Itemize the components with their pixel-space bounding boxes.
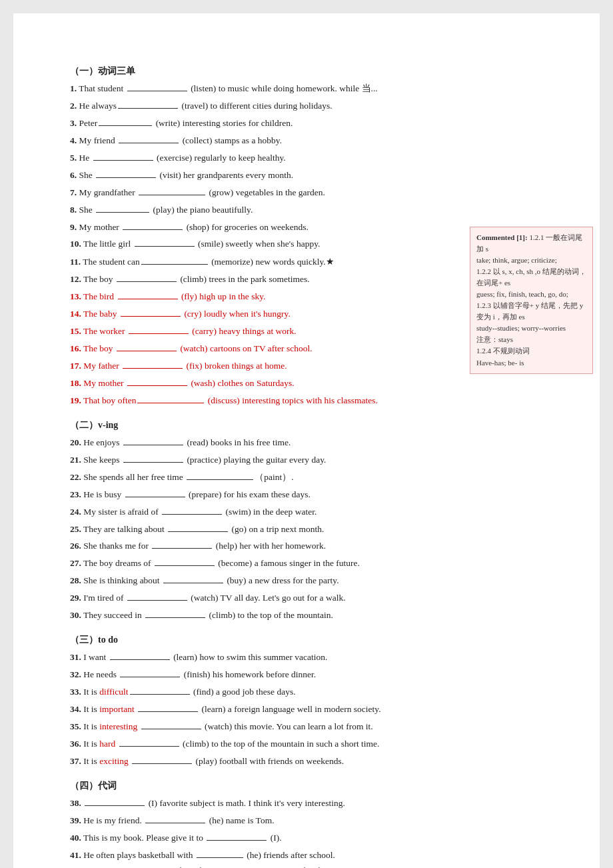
list-item: 36. It is hard (climb) to the top of the… bbox=[70, 737, 553, 752]
section1-title: （一）动词三单 bbox=[70, 65, 553, 77]
list-item: 4. My friend (collect) stamps as a hobby… bbox=[70, 133, 553, 149]
list-item: 33. It is difficult (find) a good job th… bbox=[70, 685, 553, 700]
section4-title: （四）代词 bbox=[70, 780, 553, 792]
list-item: 19. That boy often (discuss) interesting… bbox=[70, 393, 553, 409]
list-item: 21. She keeps (practice) playing the gui… bbox=[70, 453, 553, 468]
list-item: 25. They are talking about (go) on a tri… bbox=[70, 522, 553, 537]
list-item: 6. She (visit) her grandparents every mo… bbox=[70, 168, 553, 183]
list-item: 28. She is thinking about (buy) a new dr… bbox=[70, 573, 553, 589]
list-item: 3. Peter (write) interesting stories for… bbox=[70, 116, 553, 131]
page-container: （一）动词三单 1. That student (listen) to musi… bbox=[13, 13, 600, 868]
comment-title: Commented [1]: 1.2.1 一般在词尾加 s bbox=[476, 232, 586, 255]
list-item: 31. I want (learn) how to swim this summ… bbox=[70, 650, 553, 665]
list-item: 23. He is busy (prepare) for his exam th… bbox=[70, 487, 553, 503]
list-item: 2. He always (travel) to different citie… bbox=[70, 99, 553, 114]
list-item: 1. That student (listen) to music while … bbox=[70, 81, 553, 97]
list-item: 39. He is my friend. (he) name is Tom. bbox=[70, 813, 553, 829]
list-item: 42. It is nice of〔they〕to help 〔we〕 bbox=[70, 865, 553, 868]
list-item: 38. (I) favorite subject is math. I thin… bbox=[70, 796, 553, 811]
list-item: 34. It is important (learn) a foreign la… bbox=[70, 702, 553, 717]
comment-content: take; think, argue; criticize; 1.2.2 以 s… bbox=[476, 255, 586, 368]
list-item: 29. I'm tired of (watch) TV all day. Let… bbox=[70, 591, 553, 606]
list-item: 35. It is interesting (watch) this movie… bbox=[70, 719, 553, 735]
list-item: 41. He often plays basketball with (he) … bbox=[70, 848, 553, 863]
section2-title: （二）v-ing bbox=[70, 419, 553, 431]
list-item: 7. My grandfather (grow) vegetables in t… bbox=[70, 185, 553, 201]
list-item: 40. This is my book. Please give it to (… bbox=[70, 831, 553, 846]
list-item: 26. She thanks me for (help) her with he… bbox=[70, 539, 553, 554]
list-item: 20. He enjoys (read) books in his free t… bbox=[70, 435, 553, 451]
comment-box: Commented [1]: 1.2.1 一般在词尾加 s take; thin… bbox=[470, 227, 593, 374]
list-item: 32. He needs (finish) his homework befor… bbox=[70, 667, 553, 683]
section3-title: （三）to do bbox=[70, 634, 553, 646]
list-item: 30. They succeed in (climb) to the top o… bbox=[70, 608, 553, 623]
list-item: 37. It is exciting (play) football with … bbox=[70, 754, 553, 769]
list-item: 5. He (exercise) regularly to keep healt… bbox=[70, 151, 553, 166]
list-item: 22. She spends all her free time （paint）… bbox=[70, 470, 553, 485]
list-item: 24. My sister is afraid of (swim) in the… bbox=[70, 505, 553, 520]
list-item: 27. The boy dreams of (become) a famous … bbox=[70, 556, 553, 571]
list-item: 8. She (play) the piano beautifully. bbox=[70, 203, 553, 218]
list-item: 18. My mother (wash) clothes on Saturday… bbox=[70, 376, 553, 391]
